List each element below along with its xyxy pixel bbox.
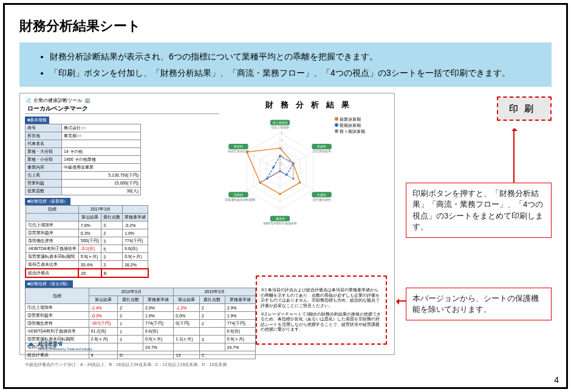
svg-text:④EBITDA有利子負債倍率: ④EBITDA有利子負債倍率 [263, 221, 296, 225]
svg-text:5: 5 [281, 132, 283, 135]
tool-label: 企業の健康診断ツール [33, 97, 82, 104]
meti-logo: 経済産業省Ministry of Economy, Trade and Indu… [26, 340, 92, 351]
chart-title: 財務分析結果 [233, 100, 389, 110]
sheet-screenshot: 🩺 企業の健康診断ツール 🏢 ローカルベンチマーク ■基本情報 商号株式会社○○… [19, 93, 395, 355]
bullet-1: 財務分析診断結果が表示され、6つの指標について業種平均との乖離を把握できます。 [50, 49, 533, 65]
stethoscope-icon: 🩺 [25, 98, 31, 103]
svg-text:4: 4 [281, 140, 283, 143]
svg-text:効率性: 効率性 [234, 193, 243, 197]
svg-point-19 [299, 181, 301, 184]
svg-text:1: 1 [281, 162, 283, 165]
svg-text:②営業利益率: ②営業利益率 [313, 150, 331, 154]
summary-box: 財務分析診断結果が表示され、6つの指標について業種平均との乖離を把握できます。 … [19, 42, 552, 87]
basic-info-table: 商号株式会社○○ 所在地東京都○○ 代表者名 業種・大分類14 その他 業種・小… [25, 124, 141, 195]
svg-point-29 [272, 166, 275, 169]
callout-protection: 本バージョンから、シートの保護機能を除いております。 [406, 288, 552, 320]
svg-point-17 [279, 147, 281, 150]
radar-chart: 12345 売上持続性①売上増加率収益性②営業利益率生産性③労働生産性健全性④E… [225, 117, 335, 226]
hist-header: ■財務指標（過去2期） [25, 280, 73, 288]
svg-point-32 [292, 163, 295, 165]
rank-note: ※総合評価点のランク分け：A：24点以上、B：18点以上24点未満、C：12点以… [25, 362, 389, 368]
callout-print: 印刷ボタンを押すと、「財務分析結果」「商流・業務フロー」、「4つの視点」の3シー… [406, 183, 552, 238]
brand-name: ローカルベンチマーク [25, 104, 219, 114]
fin-header: ■財務指標（最新期） [25, 198, 70, 205]
annotation-column: 印刷 印刷ボタンを押すと、「財務分析結果」「商流・業務フロー」、「4つの視点」の… [395, 93, 552, 355]
bullet-2: 「印刷」ボタンを付加し、「財務分析結果」、「商流・業務フロー」、「4つの視点」の… [50, 65, 533, 81]
svg-text:健全性: 健全性 [276, 217, 285, 220]
fin-table: 指標2017年3月 算出結果貴社点数業種基準値 ①売上増加率7.8%3-0.2%… [25, 205, 149, 278]
page-title: 財務分析結果シート [19, 17, 552, 35]
svg-point-33 [292, 178, 295, 180]
svg-point-35 [259, 181, 261, 184]
svg-text:③労働生産性: ③労働生産性 [313, 198, 331, 201]
svg-text:⑥自己資本比率: ⑥自己資本比率 [228, 150, 249, 154]
svg-text:収益性: 収益性 [317, 144, 326, 148]
svg-point-20 [279, 193, 281, 195]
svg-text:⑤営業運転資本回転期間: ⑤営業運転資本回転期間 [225, 198, 255, 201]
svg-line-10 [247, 152, 280, 172]
chart-legend: 最新決算期 前期決算期 前々期決算期 [335, 117, 365, 135]
building-icon: 🏢 [84, 98, 91, 103]
svg-text:生産性: 生産性 [317, 193, 326, 197]
svg-line-6 [280, 152, 313, 172]
basic-info-header: ■基本情報 [25, 117, 49, 124]
svg-text:売上持続性: 売上持続性 [273, 121, 288, 124]
print-button[interactable]: 印刷 [497, 96, 552, 121]
svg-point-31 [279, 155, 281, 157]
page-number: 4 [554, 375, 559, 385]
svg-point-36 [279, 170, 281, 172]
svg-text:①売上増加率: ①売上増加率 [271, 126, 289, 129]
highlight-region [256, 275, 387, 345]
svg-text:安全性: 安全性 [234, 144, 243, 148]
